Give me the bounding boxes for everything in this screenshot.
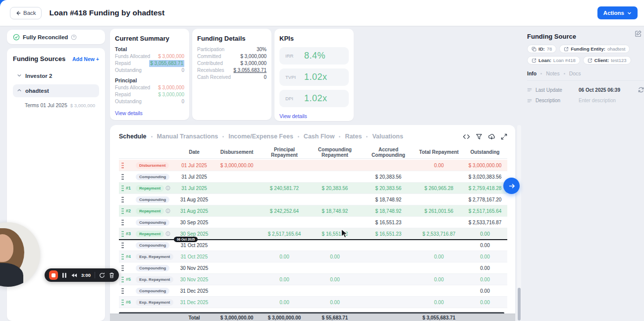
restart-icon[interactable] [99, 272, 105, 278]
table-row-compounding[interactable]: Compounding31 Aug 2025$ 18,748.92$ 2,778… [119, 194, 507, 205]
table-row-compounding[interactable]: Compounding30 Sep 2025$ 16,551.23$ 2,533… [119, 217, 507, 228]
field-placeholder[interactable]: Enter description [579, 98, 616, 103]
expand-icon[interactable] [501, 133, 507, 140]
trash-icon[interactable] [109, 272, 114, 278]
row-menu-icon[interactable] [119, 174, 126, 180]
table-row-repayment[interactable]: #2Repayment31 Aug 2025$ 242,252.64$ 18,7… [119, 205, 507, 217]
summary-row-label: Repaid [115, 60, 131, 67]
summary-row-value: $ 3,055,683.71 [149, 60, 184, 67]
info-circle-icon[interactable] [165, 231, 170, 236]
panel-tab-notes[interactable]: Notes [546, 70, 559, 76]
panel-tab-info[interactable]: Info [527, 70, 537, 76]
rewind-icon[interactable] [71, 273, 77, 278]
cell-outstanding: $ 2,533,716.87 [463, 220, 507, 225]
vertical-scrollbar[interactable] [517, 125, 521, 321]
code-icon[interactable] [463, 133, 470, 140]
row-type-badge-wrap: Compounding [136, 242, 175, 249]
row-type-badge: Compounding [136, 288, 169, 294]
kpi-irr: IRR8.4% [279, 47, 349, 64]
funding-source-group-investor-2[interactable]: Investor 2 [13, 69, 99, 82]
table-row-compounding[interactable]: Compounding31 Dec 20250.00 [119, 285, 507, 297]
table-tab-rates[interactable]: Rates [345, 133, 362, 140]
table-tab-schedule[interactable]: Schedule [119, 133, 147, 140]
edit-icon[interactable] [635, 30, 642, 37]
column-header-disbursement: Disbursement [213, 149, 261, 155]
table-row-repayment[interactable]: #1Repayment31 Jul 2025$ 240,581.72$ 20,3… [119, 183, 507, 194]
row-menu-icon[interactable] [119, 265, 126, 271]
cell-total: 0.00 [415, 163, 463, 168]
row-menu-icon[interactable] [119, 185, 126, 192]
row-menu-icon[interactable] [119, 231, 126, 237]
filter-icon[interactable] [476, 133, 483, 140]
tag-loan[interactable]: Loan:Loan #418 [527, 56, 580, 64]
table-row-exp_repayment[interactable]: #4Exp. Repayment31 Oct 20250.000.000.000… [119, 251, 507, 262]
row-menu-icon[interactable] [119, 162, 126, 169]
row-menu-icon[interactable] [119, 208, 126, 214]
kpis-view-details-link[interactable]: View details [279, 113, 307, 119]
row-menu-icon[interactable] [119, 276, 126, 283]
stop-recording-button[interactable] [49, 270, 58, 280]
row-menu-icon[interactable] [119, 254, 126, 260]
cell-total: $ 2,533,716.87 [415, 231, 463, 237]
cell-total: 0.00 [415, 300, 463, 305]
tag-id[interactable]: ID:78 [527, 45, 556, 53]
terms-amount: $ 3,000,000 [70, 103, 95, 108]
cell-date: 01 Jul 2025 [175, 163, 213, 168]
row-type-badge: Exp. Repayment [136, 254, 173, 260]
table-tab-valuations[interactable]: Valuations [372, 133, 403, 140]
scrollbar-thumb[interactable] [518, 288, 521, 321]
tag-value: test123 [611, 58, 626, 63]
table-tab-income-expense-fees[interactable]: Income/Expense Fees [228, 133, 293, 140]
row-type-badge-wrap: Repayment [136, 231, 175, 237]
table-row-exp_repayment[interactable]: #6Exp. Repayment31 Dec 20250.000.000.000… [119, 297, 507, 308]
cell-principal: 0.00 [261, 277, 308, 282]
add-new-button[interactable]: Add New + [72, 56, 99, 62]
table-row-exp_repayment[interactable]: #5Exp. Repayment30 Nov 20250.000.000.000… [119, 274, 507, 285]
tab-separator-dot [339, 136, 340, 137]
table-row-disbursement[interactable]: Disbursement01 Jul 2025$ 3,000,000.000.0… [119, 160, 507, 171]
table-row-compounding[interactable]: Compounding30 Nov 20250.00 [119, 262, 507, 274]
cell-principal: $ 2,517,165.64 [261, 231, 308, 237]
tag-client[interactable]: Client:test123 [583, 56, 631, 64]
kpi-label: IRR [285, 53, 297, 59]
cell-total: $ 260,965.28 [415, 186, 463, 191]
row-type-badge: Exp. Repayment [136, 276, 173, 283]
funding-source-terms-item[interactable]: Terms 01 Jul 2025$ 3,000,000 [13, 99, 99, 111]
tag-value: Loan #418 [553, 58, 576, 63]
info-circle-icon[interactable] [165, 186, 170, 191]
external-link-icon [564, 47, 569, 52]
row-menu-icon[interactable] [119, 196, 126, 203]
pause-icon[interactable] [62, 272, 67, 278]
row-menu-icon[interactable] [119, 242, 126, 249]
row-menu-icon[interactable] [119, 299, 126, 306]
back-button[interactable]: Back [10, 7, 42, 19]
field-last-update: Last Update06 Oct 2025 06:39 [527, 87, 644, 93]
row-type-badge-wrap: Exp. Repayment [136, 299, 175, 306]
funding-source-group-label: ohadtest [25, 88, 49, 94]
tab-separator-dot [564, 73, 565, 74]
cloud-download-icon[interactable] [488, 133, 495, 140]
info-circle-icon[interactable] [165, 208, 170, 213]
funding-source-panel: Funding Source ID:78Funding Entity:ohadt… [527, 33, 644, 108]
cell-outstanding: 0.00 [463, 231, 507, 237]
funding-source-group-ohadtest[interactable]: ohadtest [13, 84, 99, 97]
funding-details-label: Receivables [197, 67, 224, 74]
info-circle-icon[interactable] [71, 34, 77, 40]
expand-panel-button[interactable] [503, 178, 520, 194]
tag-funding-entity[interactable]: Funding Entity:ohadtest [559, 45, 630, 53]
table-tab-manual-transactions[interactable]: Manual Transactions [157, 133, 218, 140]
actions-button[interactable]: Actions [597, 6, 638, 19]
actions-label: Actions [603, 10, 624, 16]
funding-details-row: Committed$ 3,000,000 [197, 53, 267, 60]
table-tab-cash-flow[interactable]: Cash Flow [304, 133, 335, 140]
row-menu-icon[interactable] [119, 219, 126, 226]
funding-details-value: $ 3,000,000 [240, 60, 267, 67]
refresh-icon[interactable] [638, 87, 644, 93]
summary-row-value: $ 3,000,000 [158, 53, 184, 60]
current-summary-view-details-link[interactable]: View details [115, 110, 143, 116]
row-type-badge: Compounding [136, 265, 169, 271]
table-row-compounding[interactable]: Compounding31 Jul 2025$ 20,383.56$ 3,020… [119, 171, 507, 183]
panel-tab-docs[interactable]: Docs [569, 70, 581, 76]
funding-sources-title: Funding Sources [13, 55, 65, 63]
row-menu-icon[interactable] [119, 288, 126, 294]
